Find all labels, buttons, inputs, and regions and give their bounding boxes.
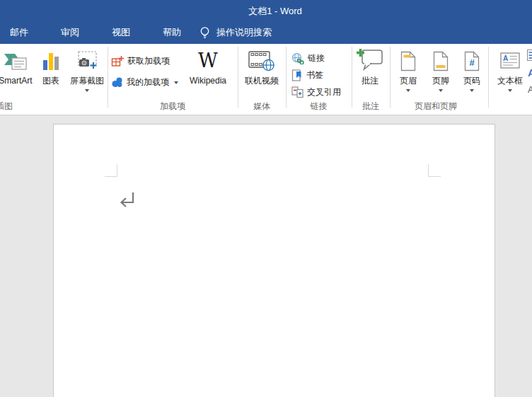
- comment-icon: [357, 49, 383, 73]
- screenshot-icon: [76, 50, 98, 71]
- page-number-label: 页码: [463, 76, 480, 86]
- wikipedia-label: Wikipedia: [190, 76, 226, 86]
- chart-label: 图表: [42, 76, 59, 86]
- group-label-media: 媒体: [238, 100, 286, 113]
- ribbon: SmartArt 图表: [0, 44, 532, 115]
- screenshot-label: 屏幕截图: [70, 76, 104, 86]
- dropdown-arrow-icon: [406, 89, 410, 92]
- my-addins-icon: [111, 76, 123, 88]
- header-icon: [400, 51, 416, 71]
- drop-cap-icon: A: [528, 84, 532, 95]
- document-canvas: [0, 115, 532, 397]
- bookmark-button[interactable]: 书签: [291, 67, 323, 83]
- hash-glyph: #: [469, 57, 475, 68]
- tab-mailings[interactable]: 邮件: [1, 21, 37, 44]
- wordart-button[interactable]: A: [528, 67, 532, 79]
- wikipedia-button[interactable]: W Wikipedia: [181, 45, 235, 99]
- tab-review[interactable]: 审阅: [52, 21, 88, 44]
- chart-button[interactable]: 图表: [35, 45, 66, 99]
- quick-parts-icon: [527, 50, 532, 61]
- margin-cropmark-topright: [428, 164, 441, 177]
- paragraph-mark-icon: [117, 190, 137, 210]
- bookmark-icon: [291, 69, 303, 81]
- tab-help[interactable]: 帮助: [154, 21, 190, 44]
- group-label-illustrations: 插图: [0, 100, 18, 113]
- group-label-addins: 加载项: [108, 100, 238, 113]
- textbox-a-glyph: A: [503, 54, 508, 62]
- comment-button[interactable]: 批注: [351, 45, 389, 99]
- cross-reference-label: 交叉引用: [307, 86, 341, 98]
- footer-label: 页脚: [432, 76, 449, 86]
- my-addins-label: 我的加载项: [127, 76, 169, 88]
- wordart-icon: A: [528, 67, 532, 79]
- footer-icon: [433, 51, 449, 71]
- header-button[interactable]: 页眉: [391, 45, 425, 99]
- screenshot-button[interactable]: 屏幕截图: [66, 45, 108, 99]
- dropdown-arrow-icon: [508, 89, 512, 92]
- group-separator: [390, 47, 391, 108]
- drop-cap-button[interactable]: A: [528, 84, 532, 95]
- textbox-button[interactable]: A 文本框: [493, 45, 527, 99]
- chart-icon: [42, 50, 59, 71]
- dropdown-arrow-icon: [85, 89, 89, 92]
- dropdown-arrow-icon: [439, 89, 443, 92]
- online-video-icon: [248, 50, 275, 72]
- margin-cropmark-topleft: [105, 164, 117, 177]
- page-number-icon: #: [464, 51, 480, 71]
- page-number-button[interactable]: # 页码: [456, 45, 487, 99]
- window-title: 文档1 - Word: [0, 0, 532, 21]
- footer-button[interactable]: 页脚: [425, 45, 456, 99]
- tell-me-search[interactable]: 操作说明搜索: [200, 26, 272, 40]
- get-addins-label: 获取加载项: [127, 55, 170, 67]
- cross-reference-button[interactable]: 交叉引用: [291, 84, 341, 100]
- get-addins-button[interactable]: 获取加载项: [111, 53, 170, 69]
- tell-me-label: 操作说明搜索: [216, 26, 272, 39]
- group-separator: [286, 47, 287, 108]
- group-label-links: 链接: [286, 100, 352, 113]
- store-icon: [111, 55, 124, 67]
- smartart-icon: [4, 50, 28, 71]
- smartart-label: SmartArt: [0, 76, 33, 86]
- quick-parts-button[interactable]: [527, 50, 532, 61]
- online-video-label: 联机视频: [245, 76, 279, 86]
- title-bar: 文档1 - Word: [0, 0, 532, 21]
- group-label-comments: 批注: [352, 100, 390, 113]
- group-separator: [238, 47, 238, 108]
- link-icon: [291, 52, 304, 64]
- group-label-header-footer: 页眉和页脚: [390, 100, 482, 113]
- dropdown-arrow-icon: [174, 81, 178, 84]
- group-separator: [108, 47, 108, 108]
- ribbon-tab-bar: 邮件 审阅 视图 帮助 操作说明搜索: [0, 21, 532, 44]
- online-video-button[interactable]: 联机视频: [239, 45, 284, 99]
- dropdown-arrow-icon: [470, 89, 474, 92]
- lightbulb-icon: [200, 26, 210, 40]
- document-page[interactable]: [53, 124, 495, 397]
- link-label: 链接: [308, 52, 325, 64]
- group-separator: [488, 47, 489, 108]
- word-window: 文档1 - Word 邮件 审阅 视图 帮助 操作说明搜索: [0, 0, 532, 397]
- textbox-icon: A: [500, 52, 520, 69]
- link-button[interactable]: 链接: [291, 50, 325, 66]
- textbox-label: 文本框: [497, 76, 523, 86]
- header-label: 页眉: [400, 76, 417, 86]
- comment-label: 批注: [362, 76, 378, 86]
- wikipedia-icon: W: [198, 50, 218, 71]
- tab-view[interactable]: 视图: [103, 21, 139, 44]
- cross-reference-icon: [291, 86, 303, 98]
- bookmark-label: 书签: [306, 69, 323, 81]
- my-addins-button[interactable]: 我的加载项: [111, 74, 178, 90]
